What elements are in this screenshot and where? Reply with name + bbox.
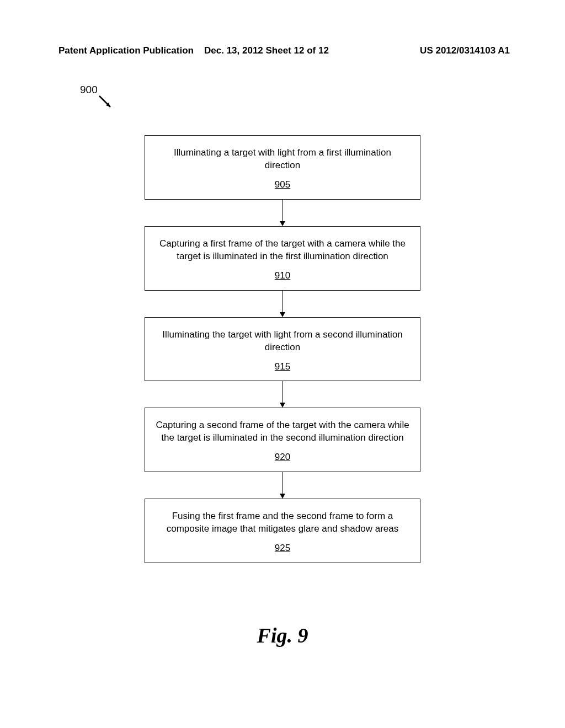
header-center: Dec. 13, 2012 Sheet 12 of 12 — [204, 45, 329, 56]
reference-arrow-icon — [98, 95, 115, 111]
connector-arrow-icon — [145, 291, 420, 317]
connector-arrow-icon — [145, 472, 420, 499]
step-number: 920 — [275, 451, 290, 464]
connector-arrow-icon — [145, 381, 420, 408]
flow-step-4: Capturing a second frame of the target w… — [145, 408, 420, 472]
step-number: 915 — [275, 361, 290, 373]
reference-number: 900 — [80, 84, 98, 96]
flowchart: Illuminating a target with light from a … — [145, 135, 420, 563]
step-text: Illuminating a target with light from a … — [155, 147, 410, 172]
page-header: Patent Application Publication Dec. 13, … — [0, 0, 565, 56]
flow-step-2: Capturing a first frame of the target wi… — [145, 226, 420, 291]
step-text: Fusing the first frame and the second fr… — [155, 510, 410, 536]
flow-step-5: Fusing the first frame and the second fr… — [145, 499, 420, 563]
connector-arrow-icon — [145, 200, 420, 226]
step-text: Illuminating the target with light from … — [155, 329, 410, 354]
step-number: 910 — [275, 270, 290, 282]
header-left: Patent Application Publication — [58, 45, 194, 56]
step-number: 925 — [275, 542, 290, 555]
step-number: 905 — [275, 179, 290, 191]
step-text: Capturing a second frame of the target w… — [155, 419, 410, 445]
flow-step-3: Illuminating the target with light from … — [145, 317, 420, 382]
header-right: US 2012/0314103 A1 — [420, 45, 510, 56]
flow-step-1: Illuminating a target with light from a … — [145, 135, 420, 200]
step-text: Capturing a first frame of the target wi… — [155, 238, 410, 263]
figure-caption: Fig. 9 — [257, 623, 308, 647]
